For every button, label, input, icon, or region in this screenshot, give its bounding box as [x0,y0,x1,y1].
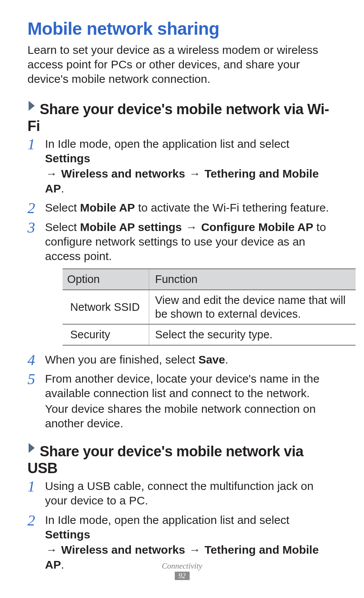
bold-wireless: Wireless and networks [61,167,185,180]
step-1: 1 In Idle mode, open the application lis… [27,137,337,196]
step-4: 4 When you are finished, select Save. [27,352,337,367]
table-cell-option: Security [63,324,149,345]
step-text: Select [45,201,80,214]
step-text: In Idle mode, open the application list … [45,514,289,526]
step-5: 5 From another device, locate your devic… [27,372,337,431]
chevron-right-icon [27,442,36,455]
table-header-row: Option Function [63,269,356,290]
section-heading-usb-text: Share your device's mobile network via U… [27,444,303,476]
step-number: 1 [27,477,35,496]
arrow-icon: → [188,167,201,180]
step-text-cont: → Wireless and networks → Tethering and … [45,166,337,196]
step-text: Using a USB cable, connect the multifunc… [45,480,314,507]
table-header-option: Option [63,269,149,290]
bold-configure-ap: Configure Mobile AP [201,221,313,233]
options-table: Option Function Network SSID View and ed… [63,268,356,346]
table-cell-function: View and edit the device name that will … [149,290,356,325]
bold-save: Save [198,353,225,366]
step-number: 2 [27,511,35,530]
section-heading-wifi: Share your device's mobile network via W… [27,100,337,134]
table-cell-option: Network SSID [63,290,149,325]
footer-category: Connectivity [0,561,364,571]
step-text: From another device, locate your device'… [45,372,319,399]
steps-list-usb: 1 Using a USB cable, connect the multifu… [27,479,337,572]
step-number: 4 [27,350,35,370]
bold-ap-settings: Mobile AP settings [80,221,182,233]
table-cell-function: Select the security type. [149,324,356,345]
bold-settings: Settings [45,152,90,165]
period: . [61,182,64,195]
bold-settings: Settings [45,528,90,541]
svg-marker-0 [29,101,35,111]
step-number: 3 [27,218,35,237]
page-title: Mobile network sharing [27,18,337,39]
bold-mobile-ap: Mobile AP [80,201,135,214]
arrow-icon: → [185,221,198,233]
section-heading-wifi-text: Share your device's mobile network via W… [27,102,329,134]
intro-paragraph: Learn to set your device as a wireless m… [27,43,337,86]
step-3: 3 Select Mobile AP settings → Configure … [27,220,337,346]
section-heading-usb: Share your device's mobile network via U… [27,442,337,476]
svg-marker-1 [29,443,35,453]
arrow-icon: → [188,543,201,556]
arrow-icon: → [45,543,58,556]
table-row: Security Select the security type. [63,324,356,345]
step-text: In Idle mode, open the application list … [45,137,289,150]
footer-page-number: 92 [0,572,364,580]
chevron-right-icon [27,100,36,113]
step-2: 2 Select Mobile AP to activate the Wi-Fi… [27,200,337,215]
step-text: to activate the Wi-Fi tethering feature. [135,201,329,214]
page-number-badge: 92 [175,572,190,580]
table-header-function: Function [149,269,356,290]
bold-wireless: Wireless and networks [61,543,185,556]
step-1: 1 Using a USB cable, connect the multifu… [27,479,337,508]
step-text-cont: Your device shares the mobile network co… [45,402,337,431]
period: . [225,353,228,366]
step-text: When you are finished, select [45,353,198,366]
step-number: 5 [27,369,35,389]
table-row: Network SSID View and edit the device na… [63,290,356,325]
page-footer: Connectivity 92 [0,561,364,580]
steps-list-wifi: 1 In Idle mode, open the application lis… [27,137,337,431]
arrow-icon: → [45,167,58,180]
step-number: 1 [27,134,35,154]
step-text: Select [45,221,80,233]
step-number: 2 [27,198,35,218]
